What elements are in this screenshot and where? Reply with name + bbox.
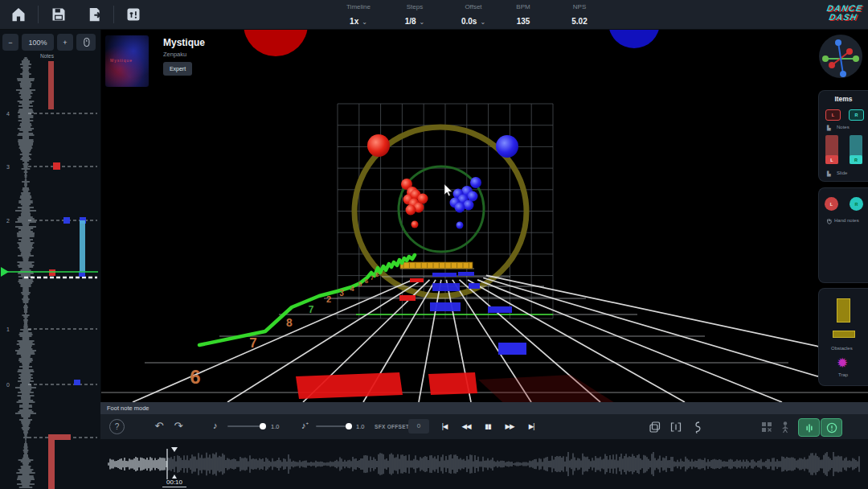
blue-orb-top <box>608 29 660 48</box>
top-toolbar: Timeline1x⌄Steps1/8⌄Offset0.0s⌄BPM135NPS… <box>0 0 868 30</box>
home-icon[interactable] <box>10 6 27 23</box>
toolbar-separator <box>113 6 114 23</box>
mouse-icon <box>80 36 92 48</box>
obstacles-label: Obstacles <box>831 346 853 351</box>
save-icon[interactable] <box>51 6 67 23</box>
notes-items-label: Notes <box>837 125 850 129</box>
slide-left-tag: L <box>825 155 838 164</box>
field-bpm: BPM135 <box>506 3 540 27</box>
timeline-sidebar: − 100% + Notes 43210 <box>0 29 101 489</box>
auto-scroll-icon[interactable] <box>690 420 704 434</box>
items-panel: Items L R ▙ Notes L R ▙ Slide <box>818 90 868 182</box>
note-right-item[interactable]: R <box>849 109 864 121</box>
zoom-out-button[interactable]: − <box>2 34 18 51</box>
obstacle-bar[interactable] <box>400 262 473 269</box>
dance-dash-editor: { "top_bar": { "fields": [ {"label": "Ti… <box>0 0 868 489</box>
hand-notes-panel: L R Hand notes <box>818 187 868 283</box>
avatar-preview-icon[interactable] <box>778 420 792 434</box>
hand-notes-label: Hand notes <box>834 218 859 223</box>
sfx-offset-input[interactable]: 0 <box>408 419 429 434</box>
red-orb-top <box>244 29 308 56</box>
wall-obstacle-item[interactable] <box>837 298 850 323</box>
hand-note-left-item[interactable]: L <box>825 197 838 211</box>
album-art-text: Mystique <box>110 58 133 63</box>
audio-feedback-toggle[interactable] <box>798 418 820 437</box>
rewind-button[interactable]: ◀◀ <box>457 420 476 434</box>
svg-text:2: 2 <box>6 218 10 224</box>
skip-start-button[interactable]: |◀ <box>435 420 454 434</box>
sound-bars-icon <box>803 421 816 434</box>
album-art[interactable]: Mystique <box>105 35 149 87</box>
music-volume-slider[interactable] <box>227 425 266 427</box>
dance-dash-logo: DANCE DASH <box>825 4 863 22</box>
sfx-note-icon: ♪+ <box>301 421 309 430</box>
slide-right-item[interactable]: R <box>850 135 862 164</box>
info-toggle[interactable] <box>821 418 842 437</box>
help-button[interactable]: ? <box>109 419 125 434</box>
slide-right-tag: R <box>850 155 862 164</box>
slide-left-item[interactable]: L <box>825 135 838 164</box>
mapping-settings-icon[interactable] <box>125 6 141 23</box>
nps-graph-line <box>199 255 415 345</box>
forward-button[interactable]: ▶▶ <box>500 420 519 434</box>
hand-note-right-item[interactable]: R <box>850 197 863 211</box>
svg-text:3: 3 <box>6 164 10 170</box>
song-artist: Zenpaku <box>163 51 186 58</box>
timeline-notes[interactable] <box>48 61 86 489</box>
items-panel-title: Items <box>819 95 868 103</box>
toolbar-separator <box>38 6 39 23</box>
field-timeline[interactable]: Timeline1x⌄ <box>338 3 379 27</box>
sfx-offset-label: SFX OFFSET <box>375 424 409 429</box>
trap-icon[interactable]: ✹ <box>837 356 848 370</box>
info-icon <box>825 421 838 434</box>
redo-button[interactable]: ↷ <box>170 418 187 434</box>
orientation-gizmo[interactable] <box>818 32 865 79</box>
field-offset[interactable]: Offset0.0s⌄ <box>448 3 498 27</box>
stairs-icon: ▙ <box>827 171 831 176</box>
playhead-top-marker <box>171 447 178 452</box>
slide-items-label: Slide <box>837 171 847 175</box>
hand-icon <box>826 218 833 224</box>
field-steps[interactable]: Steps1/8⌄ <box>395 3 434 27</box>
note-left-item[interactable]: L <box>825 109 841 121</box>
field-nps: NPS5.02 <box>561 3 598 27</box>
grid-snap-icon[interactable] <box>760 420 774 434</box>
zoom-level-button[interactable]: 100% <box>22 34 54 51</box>
scroll-mode-button[interactable] <box>76 34 96 51</box>
zoom-in-button[interactable]: + <box>57 34 73 51</box>
audio-waveform <box>100 439 868 489</box>
sfx-volume-slider[interactable] <box>316 425 352 427</box>
slider-handle[interactable] <box>346 423 352 429</box>
slider-handle[interactable] <box>260 423 266 429</box>
difficulty-button[interactable]: Expert <box>163 62 192 76</box>
panels-view-icon[interactable] <box>669 420 683 434</box>
undo-button[interactable]: ↶ <box>150 418 168 434</box>
song-title: Mystique <box>163 37 205 48</box>
chevron-down-icon: ⌄ <box>420 18 425 26</box>
pause-button[interactable]: ▮▮ <box>478 420 497 434</box>
timeline-canvas[interactable]: 43210 <box>0 51 100 489</box>
duplicate-icon[interactable] <box>648 420 662 434</box>
mouse-cursor <box>444 184 452 196</box>
music-note-icon: ♪ <box>213 421 218 430</box>
chevron-down-icon: ⌄ <box>362 18 367 26</box>
bottom-toolbar: ? ↶ ↷ ♪ 1.0 ♪+ 1.0 SFX OFFSET 0 |◀ ◀◀ ▮▮… <box>100 414 868 439</box>
svg-text:0: 0 <box>6 382 10 388</box>
sfx-volume-value: 1.0 <box>356 423 364 430</box>
skip-end-button[interactable]: ▶| <box>522 420 541 434</box>
floor-red-glow <box>478 375 856 402</box>
svg-text:1: 1 <box>6 327 10 332</box>
stairs-icon: ▙ <box>827 125 831 130</box>
chevron-down-icon: ⌄ <box>480 18 485 26</box>
obstacles-panel: Obstacles ✹ Trap <box>818 288 868 386</box>
3d-viewport[interactable] <box>100 29 868 402</box>
audio-timeline-strip[interactable]: 00:10 <box>100 439 868 489</box>
music-volume-value: 1.0 <box>271 423 279 430</box>
mode-status-text: Foot note mode <box>107 405 149 412</box>
logo-line-2: DASH <box>825 13 862 22</box>
mode-status-bar: Foot note mode <box>100 402 868 414</box>
low-obstacle-item[interactable] <box>833 331 855 338</box>
vertical-waveform <box>15 58 36 487</box>
export-icon[interactable] <box>87 6 103 23</box>
trap-label: Trap <box>838 372 848 377</box>
